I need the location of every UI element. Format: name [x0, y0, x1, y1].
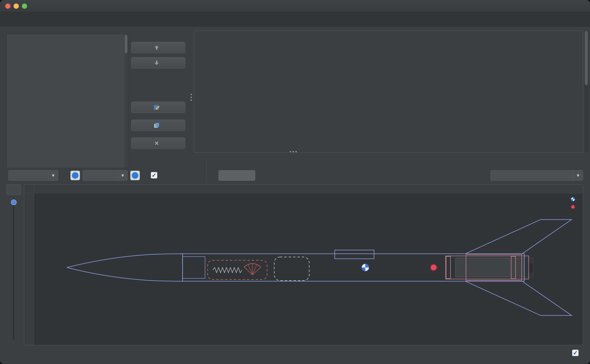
show-warnings-checkbox[interactable] [572, 350, 579, 356]
duplicate-button[interactable] [131, 120, 185, 131]
vertical-splitter-handle[interactable] [191, 94, 192, 101]
shock-cord-line[interactable] [213, 267, 242, 273]
rotation-slider[interactable] [12, 198, 15, 340]
stage-sustainer-toggle[interactable] [219, 170, 255, 181]
motor[interactable] [455, 258, 533, 277]
chevron-down-icon: ▼ [573, 170, 583, 181]
arrow-down-icon [154, 60, 160, 66]
app-window: ▼ ▼ ▼ [0, 0, 590, 364]
view-type-dropdown[interactable]: ▼ [8, 170, 58, 181]
status-bar [0, 345, 590, 364]
rotation-slider-track [13, 198, 14, 340]
close-button[interactable] [5, 4, 11, 9]
rotation-slider-knob[interactable] [11, 200, 17, 205]
move-up-button[interactable] [131, 42, 185, 53]
zoom-out-icon [72, 172, 78, 179]
panel-scrollbar[interactable] [584, 31, 588, 153]
title-bar [0, 0, 590, 12]
ruler-left [24, 193, 34, 345]
cg-marker [362, 264, 369, 271]
edit-icon [153, 104, 160, 111]
chevron-down-icon: ▼ [118, 170, 127, 181]
show-cgcp-control [151, 172, 160, 178]
rotation-value [7, 184, 21, 195]
show-warnings-control [572, 350, 582, 356]
nose-shoulder-outline[interactable] [182, 257, 205, 279]
show-cgcp-checkbox[interactable] [151, 172, 157, 178]
cp-marker [431, 265, 437, 271]
fin-top-outline[interactable] [465, 220, 572, 254]
component-tree[interactable] [7, 34, 128, 168]
tree-scrollbar-thumb[interactable] [125, 35, 127, 53]
flight-configuration-dropdown[interactable]: ▼ [490, 170, 583, 181]
edit-button[interactable] [131, 102, 185, 113]
stability-info [570, 195, 577, 211]
delete-button[interactable] [131, 137, 185, 149]
rocket-draw-area[interactable] [34, 193, 583, 345]
toolbar-separator [207, 161, 207, 182]
rocket-canvas[interactable] [24, 184, 583, 345]
arrow-up-icon [154, 45, 160, 50]
launch-lug-outline[interactable] [335, 250, 374, 259]
panel-scrollbar-thumb[interactable] [585, 31, 588, 85]
maximize-button[interactable] [22, 4, 27, 9]
move-down-button[interactable] [131, 57, 185, 69]
cg-icon [570, 196, 575, 203]
cp-icon [570, 204, 575, 211]
zoom-out-button[interactable] [70, 171, 80, 180]
duplicate-icon [153, 122, 160, 129]
zoom-in-button[interactable] [130, 171, 140, 180]
chevron-down-icon: ▼ [48, 170, 58, 181]
zoom-in-icon [132, 172, 138, 179]
tab-bar [0, 12, 590, 26]
minimize-button[interactable] [13, 4, 19, 9]
delete-icon [154, 141, 159, 146]
parachute-symbol [244, 264, 261, 275]
rocket-side-view[interactable] [34, 193, 583, 345]
tree-scrollbar[interactable] [124, 34, 128, 168]
zoom-dropdown[interactable]: ▼ [83, 170, 127, 181]
wadding-outline[interactable] [274, 257, 309, 281]
ruler-unit [24, 185, 34, 193]
nose-cone-outline[interactable] [67, 254, 183, 281]
ruler-top [34, 185, 583, 193]
fin-bottom-outline[interactable] [465, 281, 572, 316]
add-component-panel [194, 31, 583, 153]
